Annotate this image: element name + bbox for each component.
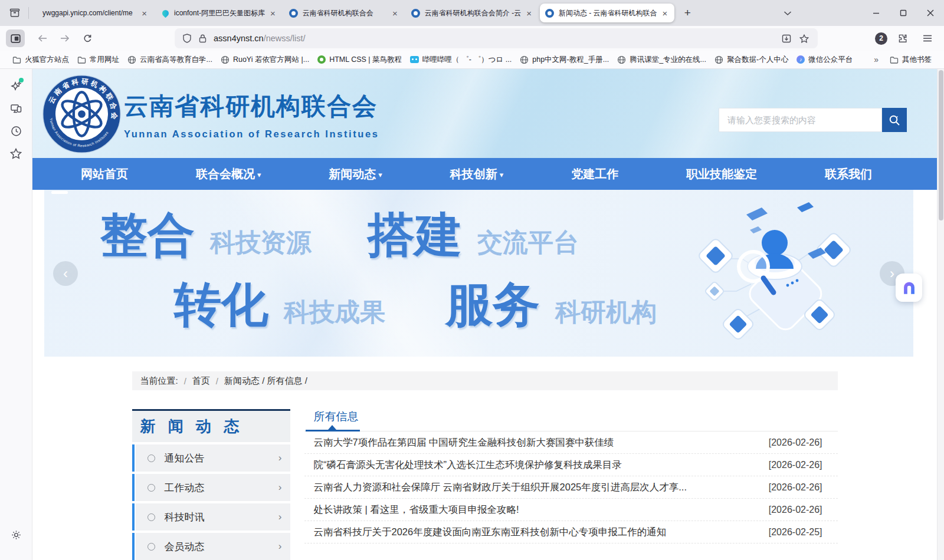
circle-bullet-icon	[148, 454, 155, 462]
bookmarks-sidebar-button[interactable]	[5, 143, 27, 163]
globe-icon	[617, 55, 626, 64]
nav-item-home[interactable]: 网站首页	[81, 166, 128, 182]
bookmark-item[interactable]: 火狐官方站点	[8, 53, 73, 67]
bookmark-label: 微信公众平台	[808, 55, 853, 65]
hamburger-icon	[923, 35, 932, 42]
tab-close-icon[interactable]: ×	[525, 9, 533, 18]
synced-tabs-button[interactable]	[5, 98, 27, 118]
reload-button[interactable]	[78, 29, 97, 47]
news-row[interactable]: 云南省科技厅关于2026年度建设面向南亚东南亚科技创新中心专项申报工作的通知 […	[304, 521, 838, 543]
slogan-big: 转化	[174, 274, 268, 337]
page-scrollbar[interactable]	[937, 69, 944, 560]
sidebar-item-tech-news[interactable]: 科技时讯 ›	[132, 503, 290, 531]
tab-manager-button[interactable]	[5, 4, 25, 22]
bookmark-item[interactable]: RuoYi 若依官方网站 |...	[217, 53, 313, 67]
news-row[interactable]: 院“磷石膏源头无害化处理技术”入选长江生态环境保护修复科技成果目录 [2026-…	[304, 454, 838, 476]
back-button[interactable]	[33, 29, 52, 47]
slogan-1: 整合 科技资源	[100, 204, 312, 268]
nav-label: 联系我们	[825, 166, 872, 182]
ai-chatbot-button[interactable]	[5, 76, 27, 96]
sidebar-item-members[interactable]: 会员动态 ›	[132, 533, 290, 560]
nav-item-tech[interactable]: 科技创新▾	[450, 166, 504, 182]
nav-label: 科技创新	[450, 166, 497, 182]
tab-close-icon[interactable]: ×	[268, 9, 277, 18]
sidebar-item-work[interactable]: 工作动态 ›	[132, 474, 290, 501]
site-logo[interactable]: 云南省科研机构联合会 Yunnan Association of Researc…	[41, 74, 122, 154]
save-to-pocket-button[interactable]	[778, 34, 795, 43]
nav-item-party[interactable]: 党建工作	[571, 166, 618, 182]
nav-item-news[interactable]: 新闻动态▾	[329, 166, 382, 182]
tab-3[interactable]: 云南省科研机构联合会 ×	[284, 4, 405, 22]
bookmark-item[interactable]: php中文网-教程_手册...	[516, 53, 613, 67]
bookmark-label: 火狐官方站点	[25, 55, 69, 65]
bilibili-icon	[410, 56, 419, 63]
sidebar-item-notices[interactable]: 通知公告 ›	[132, 444, 290, 472]
news-title: 院“磷石膏源头无害化处理技术”入选长江生态环境保护修复科技成果目录	[314, 459, 757, 472]
bookmark-star-button[interactable]	[795, 34, 813, 43]
close-icon	[927, 9, 934, 17]
news-date: [2026-02-26]	[769, 505, 822, 515]
lock-icon[interactable]	[195, 34, 210, 43]
bookmarks-overflow-button[interactable]: »	[874, 55, 877, 64]
folder-icon	[12, 56, 21, 64]
sidebar-toggle-button[interactable]	[6, 29, 25, 47]
bookmark-label: 聚合数据-个人中心	[727, 55, 788, 65]
breadcrumb-home-link[interactable]: 首页	[192, 375, 210, 387]
bookmark-label: RuoYi 若依官方网站 |...	[233, 55, 309, 65]
bookmark-item[interactable]: 云南省高等教育自学...	[123, 53, 217, 67]
maximize-button[interactable]	[890, 0, 917, 26]
site-title-block: 云南省科研机构联合会 Yunnan Association of Researc…	[124, 90, 379, 140]
app-menu-button[interactable]	[918, 29, 937, 47]
search-button[interactable]	[882, 108, 907, 132]
list-all-tabs-button[interactable]	[778, 4, 798, 22]
nav-item-about[interactable]: 联合会概况▾	[196, 166, 261, 182]
clock-icon	[11, 126, 22, 137]
circle-bullet-icon	[148, 484, 155, 492]
bookmark-item[interactable]: 聚合数据-个人中心	[710, 53, 792, 67]
tracking-shield-icon[interactable]	[179, 34, 195, 43]
bookmark-item[interactable]: ♪ 微信公众平台	[792, 53, 857, 67]
nav-item-skills[interactable]: 职业技能鉴定	[686, 166, 757, 182]
tab-1[interactable]: ywggapi.ynicp.com/client/me ×	[33, 4, 154, 22]
nav-item-contact[interactable]: 联系我们	[825, 166, 872, 182]
news-row[interactable]: 云南大学7项作品在第四届 中国研究生金融科技创新大赛国赛中获佳绩 [2026-0…	[304, 431, 838, 454]
tab-2[interactable]: iconfont-阿里巴巴矢量图标库 ×	[155, 4, 283, 22]
sidebar-item-label: 科技时讯	[165, 510, 278, 524]
tab-4[interactable]: 云南省科研机构联合会简介 -云 ×	[406, 4, 539, 22]
extensions-button[interactable]	[893, 29, 912, 47]
news-title: 处长讲政策 | 看这里，省级重大项目申报全攻略!	[314, 503, 757, 516]
search-input[interactable]	[719, 108, 882, 132]
slogan-big: 服务	[445, 274, 540, 337]
bookmark-item[interactable]: 哔哩哔哩（ ゜- ゜）つロ ...	[406, 53, 516, 67]
banner-carousel: 整合 科技资源 搭建 交流平台 转化 科技成果 服务 科研机构	[44, 190, 913, 357]
extension-badge[interactable]: 2	[875, 32, 887, 45]
forward-button[interactable]	[55, 29, 74, 47]
bookmark-label: 常用网址	[90, 55, 119, 65]
new-tab-button[interactable]: +	[678, 4, 696, 22]
bookmark-item[interactable]: 腾讯课堂_专业的在线...	[613, 53, 710, 67]
close-window-button[interactable]	[917, 0, 944, 26]
notification-dot	[19, 78, 24, 83]
tab-all-info[interactable]: 所有信息	[314, 409, 359, 424]
carousel-prev-button[interactable]: ‹	[53, 261, 78, 286]
tab-close-icon[interactable]: ×	[661, 9, 670, 18]
news-row[interactable]: 云南省人力资源和社会保障厅 云南省财政厅关于组织开展2025年度引进高层次人才享…	[304, 476, 838, 499]
assistant-floating-button[interactable]	[896, 274, 922, 302]
sidebar-settings-button[interactable]	[5, 525, 27, 545]
scrollbar-thumb[interactable]	[939, 70, 943, 220]
minimize-button[interactable]	[863, 0, 890, 26]
tab-close-icon[interactable]: ×	[140, 9, 149, 18]
carousel-indicator[interactable]	[51, 191, 68, 194]
tab-5-active[interactable]: 新闻动态 - 云南省科研机构联合 ×	[540, 4, 674, 22]
bookmark-label: 云南省高等教育自学...	[140, 55, 212, 65]
news-list-panel: 所有信息 云南大学7项作品在第四届 中国研究生金融科技创新大赛国赛中获佳绩 [2…	[304, 409, 838, 560]
url-text: assn4ynst.cn/newss/list/	[214, 34, 778, 43]
other-bookmarks-folder[interactable]: 其他书签	[886, 53, 936, 67]
tab-close-icon[interactable]: ×	[391, 9, 399, 18]
history-button[interactable]	[5, 121, 27, 141]
bookmark-item[interactable]: HTML CSS | 菜鸟教程	[313, 53, 406, 67]
news-row[interactable]: 处长讲政策 | 看这里，省级重大项目申报全攻略! [2026-02-26]	[304, 499, 838, 521]
bookmark-item[interactable]: 常用网址	[73, 53, 123, 67]
breadcrumb-trail[interactable]: 新闻动态 / 所有信息 /	[224, 375, 307, 387]
url-bar[interactable]: assn4ynst.cn/newss/list/	[175, 28, 818, 48]
